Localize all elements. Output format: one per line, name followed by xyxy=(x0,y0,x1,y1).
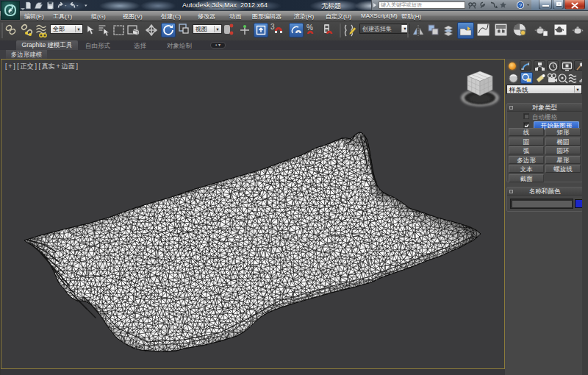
svg-text:3: 3 xyxy=(270,23,275,31)
svg-text:%: % xyxy=(306,24,313,32)
svg-text:?: ? xyxy=(519,2,523,9)
